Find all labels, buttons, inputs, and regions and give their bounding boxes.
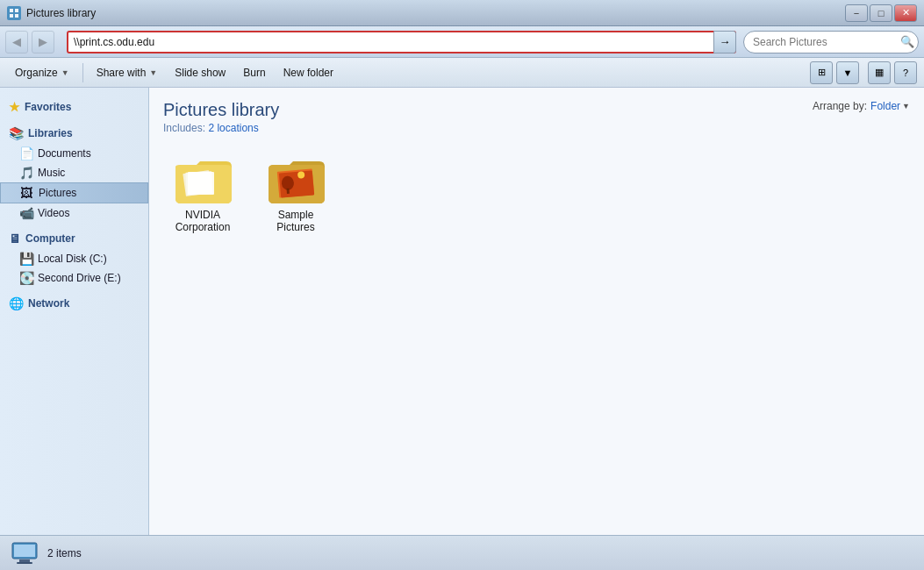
computer-section: 🖥 Computer 💾 Local Disk (C:) 💽 Second Dr… xyxy=(0,228,148,288)
organize-dropdown-arrow: ▼ xyxy=(61,68,69,77)
sidebar: ★ Favorites 📚 Libraries 📄 Documents 🎵 Mu… xyxy=(0,88,149,535)
sidebar-item-local-disk[interactable]: 💾 Local Disk (C:) xyxy=(0,249,148,268)
sidebar-item-videos[interactable]: 📹 Videos xyxy=(0,203,148,223)
computer-icon: 🖥 xyxy=(9,232,21,246)
svg-rect-3 xyxy=(15,14,18,18)
status-computer-icon xyxy=(11,539,39,567)
status-bar: 2 items xyxy=(0,535,924,570)
content-title: Pictures library xyxy=(163,100,279,120)
sidebar-item-documents[interactable]: 📄 Documents xyxy=(0,144,148,163)
network-header[interactable]: 🌐 Network xyxy=(0,293,148,314)
view-dropdown-button[interactable]: ▼ xyxy=(836,61,859,84)
libraries-section: 📚 Libraries 📄 Documents 🎵 Music 🖼 Pictur… xyxy=(0,123,148,223)
favorites-star-icon: ★ xyxy=(9,100,20,114)
arrange-by-dropdown[interactable]: Folder ▼ xyxy=(870,100,910,112)
nav-bar: ◀ ▶ → 🔍 xyxy=(0,26,924,58)
svg-rect-13 xyxy=(14,545,35,557)
svg-rect-0 xyxy=(10,9,13,12)
content-subtitle: Includes: 2 locations xyxy=(163,122,279,134)
search-icon[interactable]: 🔍 xyxy=(899,34,915,50)
folder-icon-sample-pictures xyxy=(265,153,326,205)
content-area: Pictures library Includes: 2 locations A… xyxy=(149,88,924,535)
favorites-section: ★ Favorites xyxy=(0,96,148,118)
share-with-button[interactable]: Share with ▼ xyxy=(89,61,166,84)
organize-button[interactable]: Organize ▼ xyxy=(7,61,77,84)
maximize-button[interactable]: □ xyxy=(870,4,892,22)
share-dropdown-arrow: ▼ xyxy=(149,68,157,77)
toolbar-separator-1 xyxy=(82,63,83,82)
back-button[interactable]: ◀ xyxy=(5,31,28,53)
computer-header[interactable]: 🖥 Computer xyxy=(0,228,148,249)
pictures-icon: 🖼 xyxy=(20,186,34,200)
title-bar-left: Pictures library xyxy=(7,6,96,20)
network-icon: 🌐 xyxy=(9,296,24,310)
local-disk-icon: 💾 xyxy=(19,252,33,266)
svg-rect-1 xyxy=(15,9,18,12)
details-pane-button[interactable]: ▦ xyxy=(868,61,891,84)
second-drive-icon: 💽 xyxy=(19,271,33,285)
sidebar-item-second-drive[interactable]: 💽 Second Drive (E:) xyxy=(0,268,148,288)
address-go-button[interactable]: → xyxy=(713,31,736,53)
window-icon xyxy=(7,6,21,20)
locations-link[interactable]: 2 locations xyxy=(208,122,258,134)
address-input[interactable] xyxy=(67,31,736,53)
search-input[interactable] xyxy=(743,31,919,53)
folder-name-sample-pictures: Sample Pictures xyxy=(262,209,329,233)
videos-icon: 📹 xyxy=(19,206,33,220)
folder-name-nvidia: NVIDIA Corporation xyxy=(175,209,231,233)
svg-rect-14 xyxy=(19,559,30,562)
folder-grid: NVIDIA Corporation xyxy=(163,146,910,239)
folder-item-nvidia[interactable]: NVIDIA Corporation xyxy=(163,146,242,239)
slide-show-button[interactable]: Slide show xyxy=(167,61,233,84)
title-bar-text: Pictures library xyxy=(26,7,96,19)
libraries-header[interactable]: 📚 Libraries xyxy=(0,123,148,144)
arrange-by-arrow: ▼ xyxy=(902,102,910,110)
arrange-by: Arrange by: Folder ▼ xyxy=(813,100,910,112)
folder-item-sample-pictures[interactable]: Sample Pictures xyxy=(256,146,335,239)
documents-icon: 📄 xyxy=(19,146,33,160)
address-bar-container: → xyxy=(67,31,736,53)
window-controls: − □ ✕ xyxy=(845,4,917,22)
sidebar-item-music[interactable]: 🎵 Music xyxy=(0,163,148,182)
toolbar: Organize ▼ Share with ▼ Slide show Burn … xyxy=(0,58,924,88)
new-folder-button[interactable]: New folder xyxy=(276,61,341,84)
help-button[interactable]: ? xyxy=(894,61,917,84)
svg-rect-6 xyxy=(188,172,214,195)
view-icons-button[interactable]: ⊞ xyxy=(810,61,833,84)
sidebar-item-pictures[interactable]: 🖼 Pictures xyxy=(0,182,148,203)
burn-button[interactable]: Burn xyxy=(235,61,273,84)
main-content: ★ Favorites 📚 Libraries 📄 Documents 🎵 Mu… xyxy=(0,88,924,535)
folder-icon-nvidia xyxy=(172,153,233,205)
toolbar-right: ⊞ ▼ ▦ ? xyxy=(810,61,917,84)
svg-rect-2 xyxy=(10,14,13,18)
network-section: 🌐 Network xyxy=(0,293,148,314)
svg-rect-15 xyxy=(17,562,32,564)
title-bar: Pictures library − □ ✕ xyxy=(0,0,924,26)
close-button[interactable]: ✕ xyxy=(894,4,917,22)
search-box: 🔍 xyxy=(743,31,919,53)
libraries-icon: 📚 xyxy=(9,126,24,140)
favorites-header[interactable]: ★ Favorites xyxy=(0,96,148,118)
music-icon: 🎵 xyxy=(19,166,33,180)
content-header: Pictures library Includes: 2 locations A… xyxy=(163,100,910,134)
forward-button[interactable]: ▶ xyxy=(32,31,54,53)
svg-rect-11 xyxy=(286,189,290,194)
status-text: 2 items xyxy=(47,547,82,559)
minimize-button[interactable]: − xyxy=(845,4,868,22)
